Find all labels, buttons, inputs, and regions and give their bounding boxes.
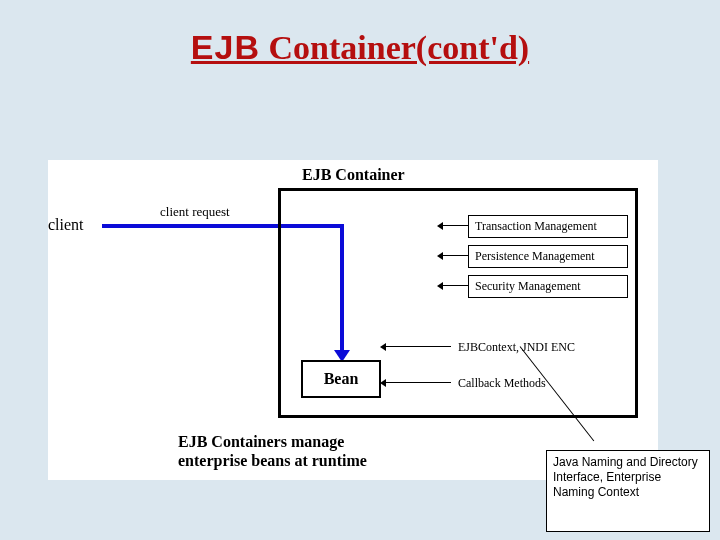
- slide-title: EJB Container(cont'd): [0, 0, 720, 67]
- client-request-label: client request: [160, 204, 230, 220]
- caption-line-1: EJB Containers manage: [178, 433, 344, 450]
- diagram-area: client client request EJB Container Tran…: [48, 160, 658, 480]
- client-label: client: [48, 216, 84, 234]
- caption-line-2: enterprise beans at runtime: [178, 452, 367, 469]
- service-transaction: Transaction Management: [468, 215, 628, 238]
- ejb-container-title: EJB Container: [298, 166, 409, 184]
- service-persistence: Persistence Management: [468, 245, 628, 268]
- callback-label: Callback Methods: [458, 376, 546, 391]
- diagram-caption: EJB Containers manage enterprise beans a…: [178, 432, 367, 470]
- callout-jndi-explanation: Java Naming and Directory Interface, Ent…: [546, 450, 710, 532]
- arrow-to-security: [443, 285, 468, 286]
- jndi-label: EJBContext, JNDI ENC: [458, 340, 575, 355]
- title-ejb: EJB: [191, 28, 260, 66]
- arrow-jndi: [386, 346, 451, 347]
- arrow-callback: [386, 382, 451, 383]
- bean-box: Bean: [301, 360, 381, 398]
- title-rest: Container(cont'd): [260, 29, 529, 66]
- service-security: Security Management: [468, 275, 628, 298]
- arrow-to-transaction: [443, 225, 468, 226]
- arrow-to-persistence: [443, 255, 468, 256]
